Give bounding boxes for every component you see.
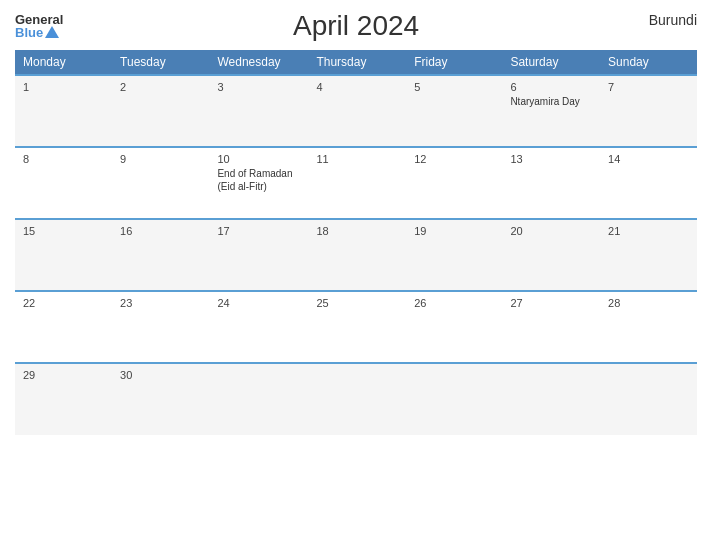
- calendar-week-row: 8910End of Ramadan (Eid al-Fitr)11121314: [15, 147, 697, 219]
- calendar-cell: 23: [112, 291, 209, 363]
- col-friday: Friday: [406, 50, 502, 75]
- calendar-cell: 6Ntaryamira Day: [502, 75, 600, 147]
- calendar-cell: 5: [406, 75, 502, 147]
- day-number: 30: [120, 369, 201, 381]
- day-number: 27: [510, 297, 592, 309]
- calendar-cell: 1: [15, 75, 112, 147]
- calendar-table: Monday Tuesday Wednesday Thursday Friday…: [15, 50, 697, 435]
- day-number: 6: [510, 81, 592, 93]
- day-number: 29: [23, 369, 104, 381]
- calendar-cell: 2: [112, 75, 209, 147]
- calendar-week-row: 15161718192021: [15, 219, 697, 291]
- day-number: 12: [414, 153, 494, 165]
- calendar-week-row: 2930: [15, 363, 697, 435]
- calendar-cell: 16: [112, 219, 209, 291]
- calendar-page: General Blue April 2024 Burundi Monday T…: [0, 0, 712, 550]
- day-number: 22: [23, 297, 104, 309]
- day-number: 15: [23, 225, 104, 237]
- holiday-label: End of Ramadan (Eid al-Fitr): [217, 168, 292, 192]
- day-number: 9: [120, 153, 201, 165]
- calendar-cell: 19: [406, 219, 502, 291]
- col-wednesday: Wednesday: [209, 50, 308, 75]
- day-number: 4: [316, 81, 398, 93]
- day-number: 20: [510, 225, 592, 237]
- calendar-cell: 13: [502, 147, 600, 219]
- calendar-cell: 21: [600, 219, 697, 291]
- calendar-cell: 9: [112, 147, 209, 219]
- day-number: 19: [414, 225, 494, 237]
- day-number: 7: [608, 81, 689, 93]
- day-number: 5: [414, 81, 494, 93]
- calendar-cell: [308, 363, 406, 435]
- calendar-title: April 2024: [63, 10, 648, 42]
- col-thursday: Thursday: [308, 50, 406, 75]
- logo-triangle-icon: [45, 26, 59, 38]
- calendar-cell: 26: [406, 291, 502, 363]
- calendar-week-row: 22232425262728: [15, 291, 697, 363]
- day-number: 28: [608, 297, 689, 309]
- calendar-cell: 15: [15, 219, 112, 291]
- day-number: 1: [23, 81, 104, 93]
- day-number: 3: [217, 81, 300, 93]
- day-number: 10: [217, 153, 300, 165]
- col-saturday: Saturday: [502, 50, 600, 75]
- calendar-cell: [600, 363, 697, 435]
- day-number: 26: [414, 297, 494, 309]
- col-tuesday: Tuesday: [112, 50, 209, 75]
- day-number: 8: [23, 153, 104, 165]
- day-number: 11: [316, 153, 398, 165]
- holiday-label: Ntaryamira Day: [510, 96, 579, 107]
- day-number: 13: [510, 153, 592, 165]
- logo-blue-text: Blue: [15, 26, 63, 39]
- calendar-cell: [406, 363, 502, 435]
- day-number: 25: [316, 297, 398, 309]
- calendar-cell: 7: [600, 75, 697, 147]
- col-monday: Monday: [15, 50, 112, 75]
- day-number: 24: [217, 297, 300, 309]
- day-number: 2: [120, 81, 201, 93]
- day-number: 18: [316, 225, 398, 237]
- calendar-week-row: 123456Ntaryamira Day7: [15, 75, 697, 147]
- page-header: General Blue April 2024 Burundi: [15, 10, 697, 42]
- calendar-cell: 8: [15, 147, 112, 219]
- calendar-cell: 29: [15, 363, 112, 435]
- calendar-cell: 3: [209, 75, 308, 147]
- day-number: 21: [608, 225, 689, 237]
- calendar-cell: [502, 363, 600, 435]
- calendar-cell: 4: [308, 75, 406, 147]
- calendar-cell: 10End of Ramadan (Eid al-Fitr): [209, 147, 308, 219]
- calendar-cell: [209, 363, 308, 435]
- logo: General Blue: [15, 13, 63, 39]
- calendar-cell: 14: [600, 147, 697, 219]
- calendar-cell: 17: [209, 219, 308, 291]
- calendar-cell: 30: [112, 363, 209, 435]
- calendar-cell: 18: [308, 219, 406, 291]
- calendar-cell: 11: [308, 147, 406, 219]
- country-label: Burundi: [649, 10, 697, 28]
- weekday-header-row: Monday Tuesday Wednesday Thursday Friday…: [15, 50, 697, 75]
- calendar-cell: 12: [406, 147, 502, 219]
- day-number: 23: [120, 297, 201, 309]
- calendar-cell: 28: [600, 291, 697, 363]
- col-sunday: Sunday: [600, 50, 697, 75]
- calendar-cell: 24: [209, 291, 308, 363]
- day-number: 16: [120, 225, 201, 237]
- calendar-cell: 25: [308, 291, 406, 363]
- day-number: 17: [217, 225, 300, 237]
- calendar-cell: 27: [502, 291, 600, 363]
- calendar-cell: 20: [502, 219, 600, 291]
- day-number: 14: [608, 153, 689, 165]
- calendar-cell: 22: [15, 291, 112, 363]
